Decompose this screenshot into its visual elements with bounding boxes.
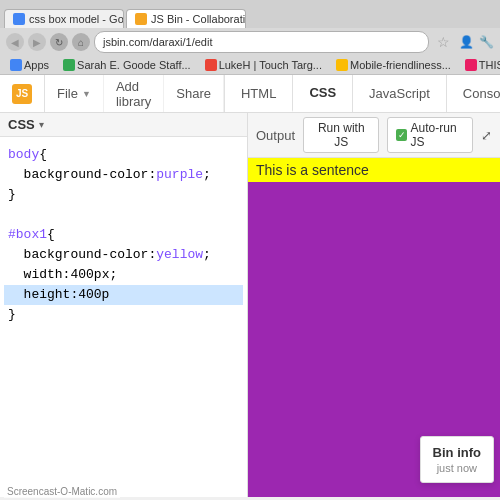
- tab-bar: css box model - Google ... × JS Bin - Co…: [0, 0, 500, 28]
- output-header: Output Run with JS ✓ Auto-run JS ⤢: [248, 113, 500, 158]
- bookmark-mobile[interactable]: Mobile-friendliness...: [332, 58, 455, 72]
- autorun-checkbox[interactable]: ✓: [396, 129, 406, 141]
- file-label: File: [57, 86, 78, 101]
- bookmarks-bar: Apps Sarah E. Goode Staff... LukeH | Tou…: [0, 56, 500, 75]
- bookmark-icon-sarah: [63, 59, 75, 71]
- panel-title: CSS: [8, 117, 35, 132]
- output-label: Output: [256, 128, 295, 143]
- editor-panel: CSS ▾ body { background-color:purple; } …: [0, 113, 248, 497]
- tab-favicon-2: [135, 13, 147, 25]
- code-line-2: background-color:purple;: [4, 165, 243, 185]
- autorun-label: Auto-run JS: [411, 121, 464, 149]
- person-icon[interactable]: 👤: [458, 34, 474, 50]
- share-button[interactable]: Share: [164, 75, 224, 112]
- code-editor[interactable]: body { background-color:purple; } #box1{…: [0, 137, 247, 497]
- bookmark-label-lukeh: LukeH | Touch Targ...: [219, 59, 322, 71]
- code-line-1: body {: [4, 145, 243, 165]
- main-content: CSS ▾ body { background-color:purple; } …: [0, 113, 500, 497]
- tab-active[interactable]: JS Bin - Collaborative Jav... ×: [126, 9, 246, 28]
- tab-html[interactable]: HTML: [224, 75, 292, 112]
- bin-info-time: just now: [433, 462, 481, 474]
- bookmark-sarah[interactable]: Sarah E. Goode Staff...: [59, 58, 195, 72]
- add-library-label: Add library: [116, 79, 151, 109]
- bin-info-title: Bin info: [433, 445, 481, 460]
- bookmark-label-tebxdo: THIS IS TEBXDO: [479, 59, 500, 71]
- browser-menu: 👤 🔧: [458, 34, 494, 50]
- share-label: Share: [176, 86, 211, 101]
- reload-button[interactable]: ↻: [50, 33, 68, 51]
- tab-console[interactable]: Console: [446, 75, 500, 112]
- tab-label-1: css box model - Google ...: [29, 13, 124, 25]
- browser-chrome: css box model - Google ... × JS Bin - Co…: [0, 0, 500, 75]
- autorun-button[interactable]: ✓ Auto-run JS: [387, 117, 473, 153]
- wrench-icon[interactable]: 🔧: [478, 34, 494, 50]
- bookmark-label-sarah: Sarah E. Goode Staff...: [77, 59, 191, 71]
- editor-tabs: HTML CSS JavaScript Console Output: [224, 75, 500, 112]
- jsbin-logo-icon: JS: [12, 84, 32, 104]
- expand-icon[interactable]: ⤢: [481, 128, 492, 143]
- code-line-3: }: [4, 185, 243, 205]
- bin-info-tooltip[interactable]: Bin info just now: [420, 436, 494, 483]
- bookmark-apps[interactable]: Apps: [6, 58, 53, 72]
- tab-label-2: JS Bin - Collaborative Jav...: [151, 13, 246, 25]
- bookmark-label-apps: Apps: [24, 59, 49, 71]
- bookmark-tebxdo[interactable]: THIS IS TEBXDO: [461, 58, 500, 72]
- add-library-button[interactable]: Add library: [104, 75, 164, 112]
- code-line-9: }: [4, 305, 243, 325]
- code-line-5: #box1{: [4, 225, 243, 245]
- code-line-6: background-color:yellow;: [4, 245, 243, 265]
- file-dropdown-arrow: ▼: [82, 89, 91, 99]
- code-line-4: [4, 205, 243, 225]
- code-line-7: width:400px;: [4, 265, 243, 285]
- tab-favicon-1: [13, 13, 25, 25]
- panel-header: CSS ▾: [0, 113, 247, 137]
- address-bar: ◀ ▶ ↻ ⌂ jsbin.com/daraxi/1/edit ☆ 👤 🔧: [0, 28, 500, 56]
- run-with-js-button[interactable]: Run with JS: [303, 117, 379, 153]
- output-sentence: This is a sentence: [248, 158, 500, 182]
- bookmark-icon-lukeh: [205, 59, 217, 71]
- watermark: Screencast-O-Matic.com: [4, 485, 120, 498]
- output-panel: Output Run with JS ✓ Auto-run JS ⤢ This …: [248, 113, 500, 497]
- app-logo: JS: [0, 75, 45, 112]
- url-text: jsbin.com/daraxi/1/edit: [103, 36, 212, 48]
- tab-javascript[interactable]: JavaScript: [352, 75, 446, 112]
- tab-css[interactable]: CSS: [292, 75, 352, 112]
- tab-inactive[interactable]: css box model - Google ... ×: [4, 9, 124, 28]
- code-line-8-highlighted: height:400p: [4, 285, 243, 305]
- bookmark-star[interactable]: ☆: [437, 34, 450, 50]
- bookmark-icon-mobile: [336, 59, 348, 71]
- panel-collapse-arrow[interactable]: ▾: [39, 119, 44, 130]
- output-frame: This is a sentence Bin info just now: [248, 158, 500, 497]
- file-menu-button[interactable]: File ▼: [45, 75, 104, 112]
- back-button[interactable]: ◀: [6, 33, 24, 51]
- app-toolbar: JS File ▼ Add library Share HTML CSS Jav…: [0, 75, 500, 113]
- url-bar[interactable]: jsbin.com/daraxi/1/edit: [94, 31, 429, 53]
- home-button[interactable]: ⌂: [72, 33, 90, 51]
- bookmark-label-mobile: Mobile-friendliness...: [350, 59, 451, 71]
- bookmark-lukeh[interactable]: LukeH | Touch Targ...: [201, 58, 326, 72]
- forward-button[interactable]: ▶: [28, 33, 46, 51]
- bookmark-icon-apps: [10, 59, 22, 71]
- bookmark-icon-tebxdo: [465, 59, 477, 71]
